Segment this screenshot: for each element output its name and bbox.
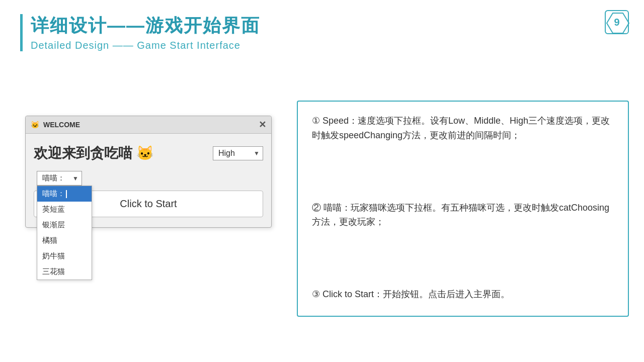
cat-dropdown-wrapper[interactable]: 喵喵： ▼ 喵喵： 英短蓝 银渐层 橘猫 奶牛猫 三花猫	[37, 171, 82, 186]
welcome-row: 欢迎来到贪吃喵 🐱 High ▼	[34, 144, 263, 163]
cat-dropdown-arrow: ▼	[72, 175, 78, 182]
page-number-badge: 9	[605, 10, 629, 34]
desc-item-1: ① Speed：速度选项下拉框。设有Low、Middle、High三个速度选项，…	[312, 114, 614, 143]
main-title: 详细设计——游戏开始界面	[31, 14, 260, 38]
cat-selected-value: 喵喵：	[42, 173, 65, 182]
cat-dropdown-list: 喵喵： 英短蓝 银渐层 橘猫 奶牛猫 三花猫	[37, 186, 92, 280]
page-number: 9	[614, 17, 619, 28]
cat-option-sanhuamao[interactable]: 三花猫	[37, 264, 92, 280]
speed-dropdown[interactable]: High ▼	[213, 146, 263, 160]
cat-option-yingduan[interactable]: 英短蓝	[37, 202, 92, 217]
speed-selected-value: High	[218, 149, 235, 157]
desc-item-3: ③ Click to Start：开始按钮。点击后进入主界面。	[312, 287, 614, 302]
desc-item-2: ② 喵喵：玩家猫咪选项下拉框。有五种猫咪可选，更改时触发catChoosing方…	[312, 201, 614, 230]
cat-option-miaomiao[interactable]: 喵喵：	[37, 186, 92, 202]
mock-window-area: 🐱 WELCOME ✕ 欢迎来到贪吃喵 🐱 High ▼	[25, 116, 277, 228]
cat-dropdown[interactable]: 喵喵： ▼	[37, 171, 82, 186]
cat-option-niuniumao[interactable]: 奶牛猫	[37, 248, 92, 264]
sub-title: Detailed Design —— Game Start Interface	[31, 40, 260, 51]
speed-dropdown-container[interactable]: High ▼	[213, 146, 263, 160]
window-title-text: WELCOME	[43, 121, 80, 129]
cat-option-juumao[interactable]: 橘猫	[37, 233, 92, 248]
cat-dropdown-row: 喵喵： ▼ 喵喵： 英短蓝 银渐层 橘猫 奶牛猫 三花猫	[34, 171, 263, 186]
description-box: ① Speed：速度选项下拉框。设有Low、Middle、High三个速度选项，…	[297, 101, 629, 317]
window-close-button[interactable]: ✕	[259, 119, 266, 130]
window-icon: 🐱	[31, 121, 39, 129]
window-title-left: 🐱 WELCOME	[31, 121, 80, 129]
speed-dropdown-arrow: ▼	[254, 150, 260, 157]
window-titlebar: 🐱 WELCOME ✕	[26, 116, 271, 134]
welcome-text: 欢迎来到贪吃喵 🐱	[34, 144, 154, 163]
mock-window: 🐱 WELCOME ✕ 欢迎来到贪吃喵 🐱 High ▼	[25, 116, 272, 228]
title-section: 详细设计——游戏开始界面 Detailed Design —— Game Sta…	[20, 14, 260, 51]
window-body: 欢迎来到贪吃喵 🐱 High ▼ 喵喵： ▼	[26, 134, 271, 227]
cat-option-yinjianeng[interactable]: 银渐层	[37, 217, 92, 233]
